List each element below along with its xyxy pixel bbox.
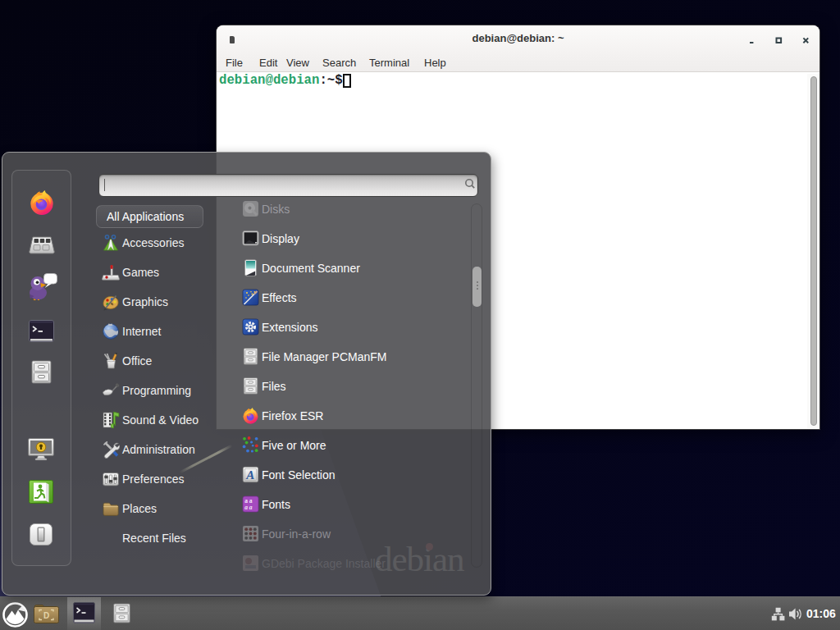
svg-text:D: D [43, 611, 49, 620]
svg-text:A: A [245, 468, 254, 482]
svg-text:a a: a a [244, 504, 253, 511]
